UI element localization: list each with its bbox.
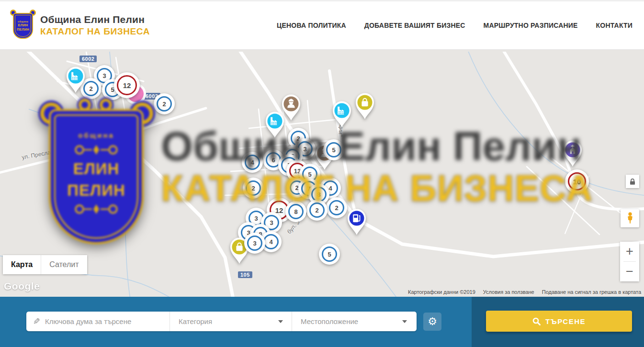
- logo-shield: община ЕЛИН ПЕЛИН: [13, 13, 33, 39]
- logo-name-line1: ЕЛИН: [18, 23, 28, 27]
- map-cluster-marker[interactable]: 5: [319, 244, 340, 265]
- nav-item-pricing[interactable]: ЦЕНОВА ПОЛИТИКА: [277, 22, 346, 29]
- lock-control[interactable]: [626, 175, 639, 188]
- chevron-down-icon: [402, 320, 407, 323]
- nav-item-add-business[interactable]: ДОБАВЕТЕ ВАШИЯТ БИЗНЕС: [364, 22, 465, 29]
- map-cluster-marker[interactable]: 12: [114, 72, 140, 98]
- map-cluster-marker[interactable]: 5: [323, 139, 344, 160]
- settings-button[interactable]: ⚙: [423, 313, 441, 331]
- search-icon: [532, 317, 541, 325]
- lock-icon: [629, 178, 636, 185]
- category-select[interactable]: Категория: [170, 312, 292, 331]
- category-select-label: Категория: [179, 317, 212, 325]
- report-map-error-link[interactable]: Подаване на сигнал за грешка в картата: [542, 289, 641, 295]
- search-bar-left: ✎ Категория Местоположение ⚙: [0, 297, 472, 347]
- map-cluster-marker[interactable]: 8: [285, 201, 306, 222]
- map-pin-factory-icon[interactable]: [262, 109, 287, 141]
- map-canvas[interactable]: 60026002105 ул. Преславции"бул. „Новосел…: [0, 52, 644, 297]
- zoom-control: + −: [620, 242, 639, 281]
- map-cluster-marker[interactable]: 2: [306, 200, 328, 221]
- map-pin-fuel-icon[interactable]: [344, 206, 369, 238]
- terms-of-use-link[interactable]: Условия за ползване: [483, 289, 534, 295]
- marker-layer: 32512223526471352274810221283338435: [0, 52, 644, 297]
- logo-name-line2: ПЕЛИН: [17, 28, 29, 32]
- nav-item-contacts[interactable]: КОНТАКТИ: [596, 22, 633, 29]
- main-nav: ЦЕНОВА ПОЛИТИКА ДОБАВЕТЕ ВАШИЯТ БИЗНЕС М…: [277, 22, 633, 29]
- keyword-input[interactable]: [40, 317, 169, 325]
- keyword-field: ✎: [26, 312, 170, 331]
- page: община ЕЛИН ПЕЛИН Община Елин Пелин КАТА…: [0, 0, 644, 347]
- search-button[interactable]: ТЪРСЕНЕ: [486, 311, 632, 332]
- map-pin-factory-icon[interactable]: [63, 64, 88, 96]
- map-cluster-marker[interactable]: 2: [243, 178, 264, 199]
- map-view-button[interactable]: Карта: [3, 255, 41, 274]
- zoom-in-button[interactable]: +: [620, 242, 639, 261]
- map-cluster-marker[interactable]: 4: [242, 152, 263, 173]
- search-bar-right: ТЪРСЕНЕ: [472, 297, 644, 347]
- search-button-label: ТЪРСЕНЕ: [545, 317, 586, 325]
- site-brand[interactable]: община ЕЛИН ПЕЛИН Община Елин Пелин КАТА…: [11, 11, 150, 40]
- map-cluster-marker[interactable]: 2: [154, 93, 175, 114]
- site-header: община ЕЛИН ПЕЛИН Община Елин Пелин КАТА…: [0, 0, 644, 50]
- site-title: Община Елин Пелин: [40, 14, 150, 25]
- pegman-icon: [625, 212, 635, 224]
- map-pin-shopping-bag-icon[interactable]: [352, 90, 377, 123]
- brand-text: Община Елин Пелин КАТАЛОГ НА БИЗНЕСА: [40, 14, 150, 37]
- google-logo[interactable]: Google: [4, 280, 40, 292]
- search-field-group: ✎ Категория Местоположение: [26, 312, 417, 331]
- gear-icon: ⚙: [428, 316, 437, 327]
- chevron-down-icon: [278, 320, 283, 323]
- map-attribution: Картографски данни ©2019 Условия за полз…: [408, 289, 641, 295]
- location-select-label: Местоположение: [301, 317, 358, 325]
- map-cluster-marker[interactable]: 10: [565, 169, 589, 193]
- pegman-control[interactable]: [621, 209, 639, 227]
- logo-town-text: община: [18, 20, 28, 23]
- attribution-copyright: Картографски данни ©2019: [408, 289, 475, 295]
- pencil-icon: ✎: [33, 316, 40, 326]
- map-type-control: Карта Сателит: [3, 255, 87, 274]
- map-pin-factory-icon[interactable]: [329, 98, 354, 131]
- nav-item-route-schedule[interactable]: МАРШРУТНО РАЗПИСАНИЕ: [484, 22, 578, 29]
- site-subtitle: КАТАЛОГ НА БИЗНЕСА: [40, 26, 150, 37]
- zoom-out-button[interactable]: −: [620, 262, 639, 281]
- map-pin-church-icon[interactable]: [560, 137, 585, 170]
- location-select[interactable]: Местоположение: [292, 312, 416, 331]
- search-bar: ✎ Категория Местоположение ⚙: [0, 297, 644, 347]
- satellite-view-button[interactable]: Сателит: [41, 255, 87, 274]
- map-cluster-marker[interactable]: 3: [244, 233, 265, 254]
- municipality-logo: община ЕЛИН ПЕЛИН: [11, 11, 34, 40]
